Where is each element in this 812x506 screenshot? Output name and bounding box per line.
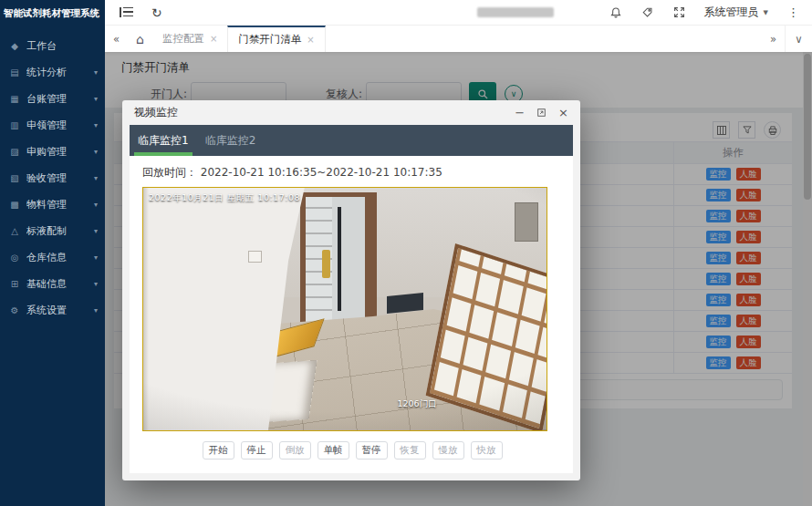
chevron-down-icon: ▾ — [94, 174, 98, 182]
sidebar-item-label: 标液配制 — [26, 224, 88, 238]
tab-camera-2[interactable]: 临库监控2 — [197, 125, 265, 156]
close-tab-icon[interactable]: × — [210, 34, 217, 44]
sidebar-item-label: 统计分析 — [26, 66, 88, 79]
modal-body: 回放时间： 2022-10-21 10:16:35~2022-10-21 10:… — [130, 156, 573, 473]
sidebar-item-ledger[interactable]: ▦ 台账管理 ▾ — [0, 86, 105, 112]
close-icon[interactable]: × — [558, 107, 568, 119]
settings-icon: ⚙ — [9, 305, 20, 315]
sidebar-item-solution[interactable]: △ 标液配制 ▾ — [0, 218, 105, 244]
tab-monitor-config[interactable]: 监控配置 × — [152, 26, 227, 52]
chevron-down-icon: ▾ — [94, 280, 98, 288]
camera-tabs: 临库监控1 临库监控2 — [130, 125, 573, 156]
tabs-chevron-down-icon[interactable]: ∨ — [785, 26, 812, 52]
chevron-down-icon: ▾ — [94, 68, 98, 77]
sidebar-item-settings[interactable]: ⚙ 系统设置 ▾ — [0, 297, 105, 324]
control-fast-play-button[interactable]: 快放 — [471, 441, 503, 460]
main-area: ↻ — [105, 0, 812, 506]
kebab-menu-icon[interactable]: ⋮ — [787, 5, 799, 19]
fullscreen-icon[interactable] — [673, 6, 685, 18]
control-reverse-play-button[interactable]: 倒放 — [279, 441, 311, 460]
bell-icon[interactable] — [609, 6, 622, 19]
material-icon: ▩ — [9, 200, 20, 210]
control-slow-play-button[interactable]: 慢放 — [432, 441, 464, 460]
tabs-forward-icon[interactable]: » — [762, 26, 785, 52]
tab-bar: « ⌂ 监控配置 × 门禁开门清单 × » ∨ — [105, 26, 812, 52]
workbench-icon: ◆ — [9, 41, 20, 51]
modal-header: 视频监控 − × — [122, 100, 580, 125]
control-resume-button[interactable]: 恢复 — [394, 441, 426, 460]
solution-icon: △ — [9, 226, 20, 236]
sidebar-item-label: 台账管理 — [26, 92, 88, 106]
sidebar-item-label: 申购管理 — [26, 145, 88, 159]
chevron-down-icon: ▾ — [94, 121, 98, 129]
user-caret-icon: ▼ — [764, 9, 768, 16]
playback-range: 2022-10-21 10:16:35~2022-10-21 10:17:35 — [201, 166, 442, 179]
sidebar-item-label: 系统设置 — [26, 304, 88, 317]
camera-label: 1206门口 — [397, 398, 436, 410]
sidebar-item-requisition[interactable]: ▥ 申领管理 ▾ — [0, 112, 105, 139]
content-area: 门禁开门清单 开门人: 复核人: ∨ — [105, 52, 812, 506]
redacted-text — [477, 7, 554, 17]
sidebar-item-basic-info[interactable]: ⊞ 基础信息 ▾ — [0, 271, 105, 297]
sidebar-item-warehouse[interactable]: ◎ 仓库信息 ▾ — [0, 244, 105, 271]
warehouse-icon: ◎ — [9, 253, 20, 263]
modal-title: 视频监控 — [134, 105, 178, 120]
home-icon[interactable]: ⌂ — [128, 26, 152, 52]
purchase-icon: ▨ — [9, 147, 20, 157]
sidebar-item-label: 验收管理 — [26, 171, 88, 185]
statistics-icon: ▤ — [9, 67, 20, 77]
control-pause-button[interactable]: 暂停 — [356, 441, 388, 460]
sidebar-item-label: 基础信息 — [26, 277, 88, 291]
chevron-down-icon: ▾ — [94, 95, 98, 103]
maximize-icon[interactable] — [536, 108, 547, 118]
sidebar-item-statistics[interactable]: ▤ 统计分析 ▾ — [0, 59, 105, 86]
app-window: 智能试剂耗材管理系统 ◆ 工作台 ▾ ▤ 统计分析 ▾ ▦ 台账管理 ▾ ▥ 申… — [0, 0, 812, 506]
video-monitor-modal: 视频监控 − × 临库监控1 临库监控2 — [122, 100, 580, 480]
close-tab-icon[interactable]: × — [307, 35, 314, 45]
user-name: 系统管理员 — [704, 5, 759, 20]
sidebar-collapse-icon[interactable] — [120, 7, 133, 17]
refresh-icon[interactable]: ↻ — [151, 6, 162, 19]
user-menu[interactable]: 系统管理员 ▼ — [704, 5, 768, 20]
sidebar-item-workbench[interactable]: ◆ 工作台 ▾ — [0, 33, 105, 59]
video-frame: 2022年10月21日 星期五 10:17:08 1206门口 — [142, 187, 547, 431]
requisition-icon: ▥ — [9, 120, 20, 130]
acceptance-icon: ▧ — [9, 173, 20, 183]
control-start-button[interactable]: 开始 — [203, 441, 234, 460]
chevron-down-icon: ▾ — [94, 201, 98, 209]
chevron-down-icon: ▾ — [94, 306, 98, 315]
sidebar-item-material[interactable]: ▩ 物料管理 ▾ — [0, 191, 105, 218]
tab-camera-1[interactable]: 临库监控1 — [130, 125, 197, 156]
top-header: ↻ — [105, 0, 812, 26]
app-title: 智能试剂耗材管理系统 — [0, 0, 105, 26]
tag-icon[interactable] — [641, 6, 654, 19]
playback-time: 回放时间： 2022-10-21 10:16:35~2022-10-21 10:… — [142, 162, 562, 187]
ledger-icon: ▦ — [9, 94, 20, 104]
basic-info-icon: ⊞ — [9, 279, 20, 289]
sidebar-item-acceptance[interactable]: ▧ 验收管理 ▾ — [0, 165, 105, 191]
sidebar-item-label: 工作台 — [26, 39, 88, 53]
sidebar-menu: ◆ 工作台 ▾ ▤ 统计分析 ▾ ▦ 台账管理 ▾ ▥ 申领管理 ▾ ▨ 申购管… — [0, 26, 105, 324]
tab-door-open-list[interactable]: 门禁开门清单 × — [227, 26, 325, 52]
control-single-frame-button[interactable]: 单帧 — [318, 441, 349, 460]
sidebar: 智能试剂耗材管理系统 ◆ 工作台 ▾ ▤ 统计分析 ▾ ▦ 台账管理 ▾ ▥ 申… — [0, 0, 105, 506]
chevron-down-icon: ▾ — [94, 227, 98, 235]
minimize-icon[interactable]: − — [515, 107, 525, 119]
chevron-down-icon: ▾ — [94, 148, 98, 156]
chevron-down-icon: ▾ — [94, 253, 98, 262]
video-controls: 开始停止倒放单帧暂停恢复慢放快放 — [142, 441, 562, 460]
sidebar-item-label: 申领管理 — [26, 119, 88, 132]
video-timestamp: 2022年10月21日 星期五 10:17:08 — [149, 192, 300, 204]
sidebar-item-label: 物料管理 — [26, 198, 88, 212]
sidebar-item-purchase[interactable]: ▨ 申购管理 ▾ — [0, 139, 105, 165]
control-stop-button[interactable]: 停止 — [241, 441, 273, 460]
tabs-back-icon[interactable]: « — [105, 26, 128, 52]
sidebar-item-label: 仓库信息 — [26, 251, 88, 264]
